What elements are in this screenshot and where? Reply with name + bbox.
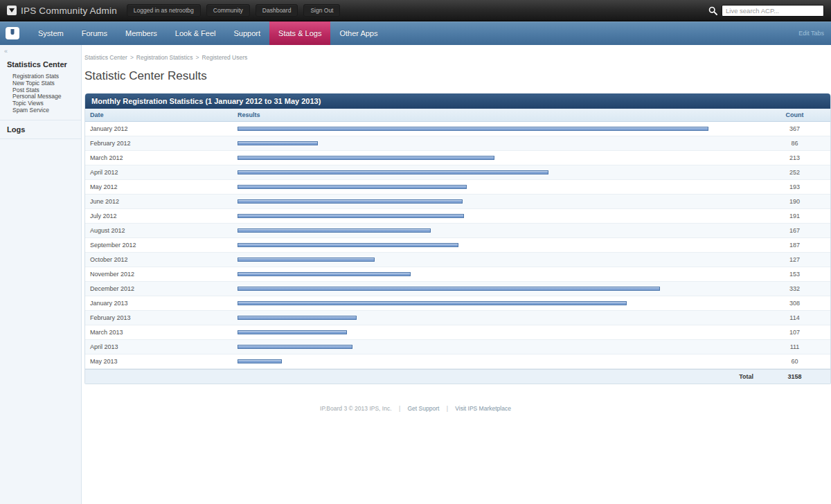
tab-forums[interactable]: Forums: [73, 21, 116, 45]
table-row: May 2012193: [85, 180, 830, 195]
table-header-row: Date Results Count: [85, 109, 830, 122]
result-bar: [238, 301, 627, 305]
row-date: May 2013: [85, 358, 238, 365]
tab-stats-logs[interactable]: Stats & Logs: [269, 21, 330, 45]
row-count: 60: [759, 358, 830, 365]
row-date: January 2012: [85, 125, 238, 132]
row-results: [238, 228, 759, 233]
row-count: 367: [759, 125, 830, 132]
row-results: [238, 243, 759, 247]
row-results: [238, 316, 759, 320]
sidebar-section-statistics-center: Statistics CenterRegistration StatsNew T…: [0, 56, 81, 120]
row-count: 187: [759, 242, 830, 249]
result-bar: [238, 170, 548, 174]
row-results: [238, 141, 759, 145]
brand[interactable]: IPS Community Admin: [7, 6, 117, 16]
table-row: March 2013107: [85, 325, 830, 340]
result-bar: [238, 272, 411, 276]
topbar-links: Logged in as netrootbgCommunityDashboard…: [127, 4, 341, 17]
column-header-date: Date: [85, 109, 238, 121]
row-count: 213: [759, 154, 830, 161]
sidebar-sections: Statistics CenterRegistration StatsNew T…: [0, 56, 81, 139]
row-date: February 2012: [85, 140, 238, 147]
table-row: April 2013111: [85, 340, 830, 354]
footer-separator: |: [447, 405, 448, 412]
row-results: [238, 214, 759, 218]
sidebar-item-spam-service[interactable]: Spam Service: [12, 107, 78, 114]
row-count: 153: [759, 271, 830, 278]
table-row: April 2012252: [85, 165, 830, 180]
row-count: 252: [759, 169, 830, 176]
footer-separator: |: [399, 405, 400, 412]
row-date: August 2012: [85, 227, 238, 234]
row-date: May 2012: [85, 183, 238, 190]
sidebar-header-logs: Logs: [0, 120, 81, 139]
row-count: 107: [759, 329, 830, 336]
row-results: [238, 258, 759, 262]
topbar-link-dashboard[interactable]: Dashboard: [256, 4, 298, 17]
table-row: September 2012187: [85, 238, 830, 253]
result-bar: [238, 228, 431, 233]
panel-header: Monthly Registration Statistics (1 Janua…: [85, 93, 830, 109]
tab-other-apps[interactable]: Other Apps: [330, 21, 386, 45]
nav-tabs: SystemForumsMembersLook & FeelSupportSta…: [29, 21, 386, 45]
acp-search-input[interactable]: [722, 5, 824, 17]
result-bar: [238, 345, 352, 349]
row-count: 332: [759, 285, 830, 292]
row-date: March 2012: [85, 154, 238, 161]
acp-window: IPS Community Admin Logged in as netroot…: [0, 0, 831, 504]
edit-tabs-link[interactable]: Edit Tabs: [798, 30, 824, 37]
tab-members[interactable]: Members: [116, 21, 166, 45]
row-count: 308: [759, 300, 830, 307]
breadcrumb-link-registered-users[interactable]: Registered Users: [202, 54, 248, 61]
row-results: [238, 287, 759, 291]
breadcrumb-link-statistics-center[interactable]: Statistics Center: [84, 54, 127, 61]
row-date: March 2013: [85, 329, 238, 336]
footer: IP.Board 3 © 2013 IPS, Inc. | Get Suppor…: [0, 405, 831, 412]
row-date: November 2012: [85, 271, 238, 278]
column-header-count: Count: [759, 109, 830, 121]
table-row: May 201360: [85, 354, 830, 369]
table-row: November 2012153: [85, 267, 830, 282]
row-date: April 2012: [85, 169, 238, 176]
tab-system[interactable]: System: [29, 21, 73, 45]
result-bar: [238, 359, 282, 363]
topbar-link-community[interactable]: Community: [206, 4, 250, 17]
row-date: October 2012: [85, 256, 238, 263]
tab-support[interactable]: Support: [225, 21, 270, 45]
table-row: August 2012167: [85, 224, 830, 238]
row-results: [238, 199, 759, 204]
page-title: Statistic Center Results: [84, 69, 831, 83]
row-results: [238, 301, 759, 305]
sidebar-items: Registration StatsNew Topic StatsPost St…: [0, 72, 81, 120]
row-results: [238, 330, 759, 334]
row-results: [238, 359, 759, 363]
result-bar: [238, 185, 467, 189]
sidebar-header-statistics-center: Statistics Center: [0, 56, 81, 72]
total-value: 3158: [759, 373, 830, 380]
result-bar: [238, 214, 464, 218]
result-bar: [238, 141, 318, 145]
get-support-link[interactable]: Get Support: [407, 405, 439, 412]
total-label: Total: [238, 373, 759, 380]
search-icon: [708, 6, 717, 15]
marketplace-link[interactable]: Visit IPS Marketplace: [455, 405, 511, 412]
table-row: March 2012213: [85, 151, 830, 165]
topbar-link-sign-out[interactable]: Sign Out: [303, 4, 340, 17]
breadcrumb-link-registration-statistics[interactable]: Registration Statistics: [136, 54, 193, 61]
topbar-link-logged-in-as-netrootbg[interactable]: Logged in as netrootbg: [127, 4, 201, 17]
collapse-sidebar-icon[interactable]: «: [4, 48, 8, 55]
result-bar: [238, 199, 463, 204]
row-count: 114: [759, 314, 830, 321]
result-bar: [238, 127, 708, 131]
table-row: February 201286: [85, 136, 830, 151]
result-bar: [238, 316, 357, 320]
main-nav: SystemForumsMembersLook & FeelSupportSta…: [0, 21, 831, 45]
table-row: January 2012367: [85, 122, 830, 136]
home-icon[interactable]: [6, 27, 19, 39]
table-row: October 2012127: [85, 253, 830, 267]
row-date: June 2012: [85, 198, 238, 205]
tab-look-feel[interactable]: Look & Feel: [166, 21, 225, 45]
topbar: IPS Community Admin Logged in as netroot…: [0, 0, 831, 21]
row-results: [238, 127, 759, 131]
